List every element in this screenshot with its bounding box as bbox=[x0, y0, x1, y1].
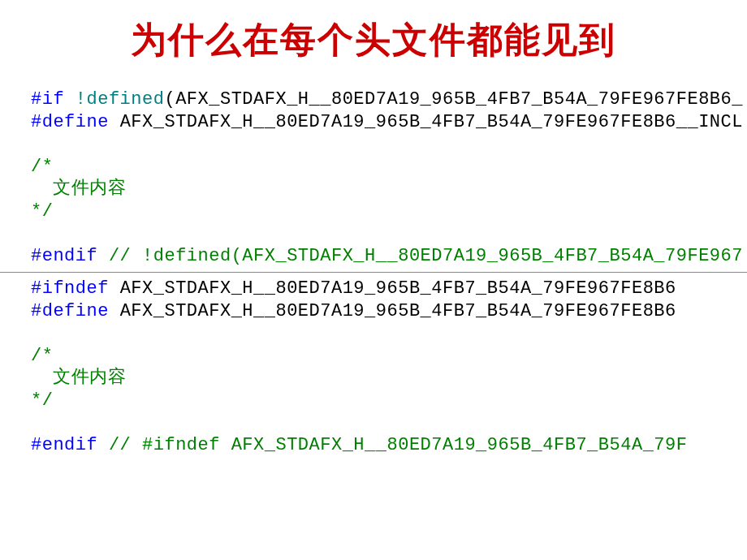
keyword-if: #if bbox=[31, 89, 76, 110]
keyword-defined: !defined bbox=[76, 89, 165, 110]
code-block-2: #ifndef AFX_STDAFX_H__80ED7A19_965B_4FB7… bbox=[0, 278, 747, 456]
divider bbox=[0, 272, 747, 273]
comment-start: /* bbox=[31, 157, 53, 177]
comment-start: /* bbox=[31, 346, 53, 366]
keyword-endif: #endif bbox=[31, 246, 109, 266]
comment-body: 文件内容 bbox=[31, 179, 126, 199]
macro-text: (AFX_STDAFX_H__80ED7A19_965B_4FB7_B54A_7… bbox=[164, 89, 743, 110]
macro-text: AFX_STDAFX_H__80ED7A19_965B_4FB7_B54A_79… bbox=[120, 278, 676, 299]
macro-text: AFX_STDAFX_H__80ED7A19_965B_4FB7_B54A_79… bbox=[120, 301, 676, 321]
keyword-define: #define bbox=[31, 112, 120, 132]
slide: 为什么在每个头文件都能见到 #if !defined(AFX_STDAFX_H_… bbox=[0, 0, 747, 560]
comment-end: */ bbox=[31, 201, 53, 222]
keyword-ifndef: #ifndef bbox=[31, 278, 120, 299]
code-block-1: #if !defined(AFX_STDAFX_H__80ED7A19_965B… bbox=[0, 88, 747, 267]
comment-body: 文件内容 bbox=[31, 368, 126, 388]
keyword-endif: #endif bbox=[31, 435, 109, 455]
comment-line: // !defined(AFX_STDAFX_H__80ED7A19_965B_… bbox=[109, 246, 743, 266]
slide-title: 为什么在每个头文件都能见到 bbox=[0, 16, 747, 64]
macro-text: AFX_STDAFX_H__80ED7A19_965B_4FB7_B54A_79… bbox=[120, 112, 743, 132]
comment-end: */ bbox=[31, 390, 53, 411]
keyword-define: #define bbox=[31, 301, 120, 321]
comment-line: // #ifndef AFX_STDAFX_H__80ED7A19_965B_4… bbox=[109, 435, 688, 455]
